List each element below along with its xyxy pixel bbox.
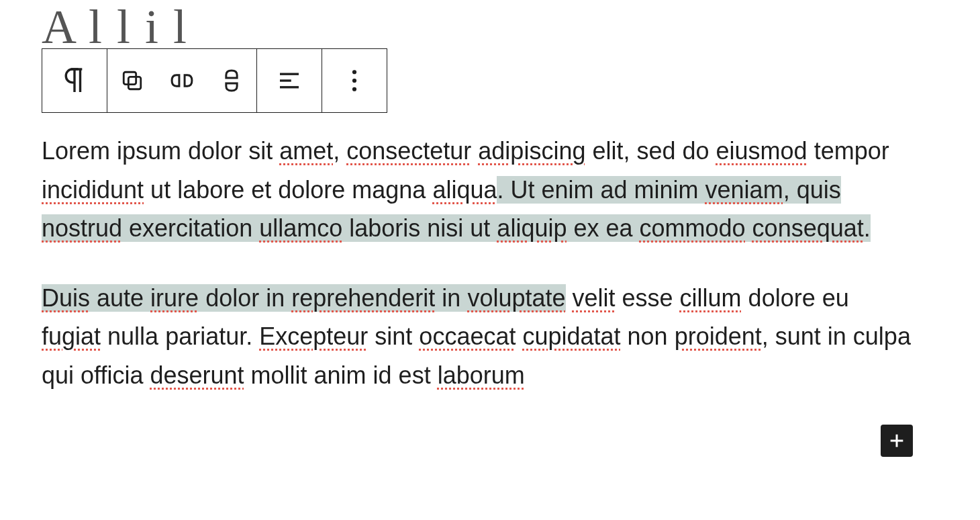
- row-button[interactable]: [157, 49, 207, 112]
- spell-error: amet: [279, 137, 333, 165]
- spell-error: nostrud: [42, 214, 122, 242]
- toolbar-group-block-type: [42, 49, 107, 112]
- spell-error: laborum: [438, 361, 525, 389]
- more-options-button[interactable]: [322, 49, 387, 112]
- text-run: [471, 137, 478, 165]
- text-run: aute: [90, 284, 150, 312]
- text-run: dolore eu: [742, 284, 849, 312]
- group-icon: [121, 69, 144, 92]
- text-run: dolor in: [199, 284, 291, 312]
- text-run: [566, 284, 573, 312]
- spell-error: occaecat: [419, 322, 516, 350]
- post-title-peek: A l l i l: [42, 3, 188, 48]
- text-run: mollit anim id est: [244, 361, 438, 389]
- block-type-button[interactable]: [42, 49, 107, 112]
- text-run: esse: [616, 284, 680, 312]
- more-vertical-icon: [351, 69, 358, 92]
- stack-icon: [222, 68, 241, 93]
- spell-error: Duis: [42, 284, 90, 312]
- row-icon: [169, 71, 195, 90]
- spell-error: consectetur: [346, 137, 471, 165]
- editor-content[interactable]: Lorem ipsum dolor sit amet, consectetur …: [42, 132, 914, 426]
- text-run: .: [864, 214, 871, 242]
- align-button[interactable]: [257, 49, 322, 112]
- plus-icon: [887, 431, 906, 450]
- text-run: . Ut enim ad minim: [497, 176, 705, 204]
- svg-point-10: [352, 87, 356, 91]
- text-run: tempor: [807, 137, 889, 165]
- svg-point-9: [352, 79, 356, 83]
- text-run: , quis: [783, 176, 841, 204]
- toolbar-group-transform: [107, 49, 257, 112]
- spell-error: Excepteur: [259, 322, 368, 350]
- text-run: laboris nisi ut: [342, 214, 497, 242]
- spell-error: reprehenderit: [291, 284, 435, 312]
- text-run: nulla pariatur.: [101, 322, 259, 350]
- spell-error: eiusmod: [716, 137, 807, 165]
- svg-point-8: [352, 70, 356, 74]
- spell-error: cillum: [680, 284, 742, 312]
- block-toolbar: [42, 48, 387, 113]
- spell-error: velit: [573, 284, 616, 312]
- align-left-icon: [278, 71, 301, 90]
- spell-error: aliquip: [497, 214, 567, 242]
- text-run: ,: [333, 137, 346, 165]
- text-run: in: [435, 284, 467, 312]
- spell-error: ullamco: [259, 214, 342, 242]
- spell-error: consequat: [752, 214, 864, 242]
- spell-error: cupidatat: [522, 322, 620, 350]
- toolbar-group-align: [257, 49, 322, 112]
- spell-error: fugiat: [42, 322, 101, 350]
- toolbar-group-more: [322, 49, 387, 112]
- text-run: ex ea: [567, 214, 639, 242]
- spell-error: voluptate: [467, 284, 565, 312]
- group-button[interactable]: [107, 49, 157, 112]
- svg-rect-3: [124, 72, 136, 84]
- spell-error: irure: [150, 284, 199, 312]
- spell-error: proident: [675, 322, 762, 350]
- paragraph-icon: [63, 67, 86, 94]
- stack-button[interactable]: [207, 49, 256, 112]
- spell-error: adipiscing: [478, 137, 585, 165]
- paragraph-block-2[interactable]: Duis aute irure dolor in reprehenderit i…: [42, 279, 914, 395]
- spell-error: veniam: [705, 176, 783, 204]
- text-run: Lorem ipsum dolor sit: [42, 137, 279, 165]
- text-run: elit, sed do: [585, 137, 716, 165]
- text-run: non: [621, 322, 675, 350]
- spell-error: aliqua: [432, 176, 497, 204]
- svg-rect-4: [128, 77, 140, 89]
- text-run: exercitation: [122, 214, 259, 242]
- text-run: sint: [368, 322, 419, 350]
- text-run: [516, 322, 522, 350]
- spell-error: incididunt: [42, 176, 144, 204]
- spell-error: commodo: [640, 214, 746, 242]
- text-run: ut labore et dolore magna: [144, 176, 432, 204]
- spell-error: deserunt: [150, 361, 244, 389]
- text-run: [746, 214, 752, 242]
- paragraph-block-1[interactable]: Lorem ipsum dolor sit amet, consectetur …: [42, 132, 914, 248]
- add-block-button[interactable]: [881, 425, 913, 457]
- selection: Duis aute irure dolor in reprehenderit i…: [42, 284, 566, 312]
